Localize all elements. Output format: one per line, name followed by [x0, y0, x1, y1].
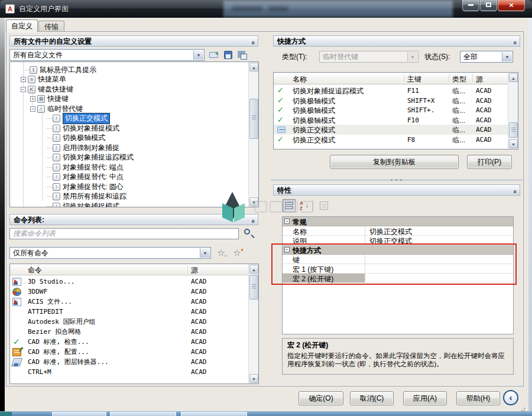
customizations-tree[interactable]: t 鼠标悬停工具提示 + ≡ 快捷菜单 − K 键盘快捷键 + ⊞ 快捷键 − …	[9, 61, 259, 207]
scroll-thumb[interactable]	[249, 99, 258, 139]
collapse-chevron-icon[interactable]: «	[248, 41, 258, 44]
expand-plus-icon[interactable]: +	[30, 96, 35, 102]
alphabetical-sort-button[interactable]: A Z ↓	[297, 199, 310, 212]
shortcut-row[interactable]: ✓ 切换极轴模式 F10 临... ACAD	[274, 115, 509, 125]
tree-item-enforce-osnap[interactable]: ↑ 启用强制对象捕捉	[10, 143, 119, 152]
command-row[interactable]: ACIS 文件... ACAD	[10, 297, 249, 307]
scroll-down-icon[interactable]: ▼	[509, 139, 518, 148]
command-list-table[interactable]: 命令 源 3D Studio... ACAD 3DDWF ACAD ACIS 文…	[9, 264, 259, 384]
shortcuts-scrollbar[interactable]: ▲ ▼	[508, 73, 518, 149]
shortcut-row[interactable]: ✓ 切换极轴模式 SHIFT+. 临... ACAD	[274, 105, 509, 115]
command-row[interactable]: CTRL+M ACAD	[10, 367, 249, 377]
property-value[interactable]	[366, 264, 513, 273]
tab-transfer[interactable]: 传输	[38, 21, 64, 32]
tree-item-osnap-endpoint[interactable]: ↑ 对象捕捉替代: 端点	[10, 162, 124, 172]
property-value[interactable]: 切换正交模式	[366, 226, 513, 235]
command-filter-combobox[interactable]: 仅所有命令 ▼	[9, 247, 211, 259]
tree-item-shortcut-keys[interactable]: + ⊞ 快捷键	[10, 94, 69, 103]
column-source[interactable]: 源	[476, 74, 483, 84]
shortcuts-table[interactable]: 名称 主键 类型 源 ✓ 切换对象捕捉追踪模式 F11 临... ACAD ✓ …	[273, 72, 518, 150]
tree-item-osnap-center[interactable]: ↑ 对象捕捉替代: 圆心	[10, 182, 124, 191]
shortcut-row[interactable]: ✓ 切换正交模式 F8 临... ACAD	[274, 135, 509, 145]
category-general[interactable]: − 常规	[283, 217, 513, 226]
search-favorites-button[interactable]: ☆ ○	[215, 246, 228, 259]
tab-customize[interactable]: 自定义	[6, 20, 38, 32]
search-input[interactable]: 搜索命令列表	[9, 228, 239, 239]
scroll-thumb[interactable]	[509, 122, 518, 138]
panel-splitter[interactable]	[271, 177, 523, 183]
column-command[interactable]: 命令	[28, 265, 42, 275]
command-row[interactable]: Autodesk 国际用户组 ACAD	[10, 317, 249, 327]
categorized-view-button[interactable]	[283, 199, 296, 212]
column-key[interactable]: 主键	[407, 74, 421, 84]
save-file-button[interactable]	[222, 49, 235, 61]
collapse-chevron-icon[interactable]: «	[510, 190, 520, 193]
column-source[interactable]: 源	[191, 265, 198, 275]
expand-minus-icon[interactable]: −	[30, 106, 35, 112]
tree-item-disable-snaps[interactable]: ↑ 禁用所有捕捉和追踪	[10, 191, 126, 201]
collapse-chevron-icon[interactable]: «	[248, 219, 258, 222]
collapse-chevron-icon[interactable]: «	[510, 41, 520, 44]
new-search-button[interactable]: ☆ ●	[231, 246, 244, 259]
property-row-macro1[interactable]: 宏 1 (按下键)	[283, 264, 513, 274]
property-row-key[interactable]: 键	[283, 255, 513, 264]
tree-item-toggle-otrack[interactable]: ↑ 切换对象捕捉追踪模式	[10, 152, 134, 162]
load-file-button[interactable]: +	[208, 49, 220, 61]
command-row[interactable]: CAD 标准, 检查... ACAD	[10, 337, 249, 347]
tree-item-rollover-tooltips[interactable]: t 鼠标悬停工具提示	[10, 65, 96, 74]
chevron-down-icon[interactable]: ▼	[502, 52, 512, 61]
collapse-minus-icon[interactable]: −	[284, 219, 290, 224]
scroll-up-icon[interactable]: ▲	[249, 265, 258, 274]
chevron-down-icon[interactable]: ▼	[200, 248, 210, 258]
property-grid[interactable]: − 常规 名称 切换正交模式 说明 切换正交模式 − 快捷方式 键 宏 1 (按…	[282, 216, 514, 334]
scroll-up-icon[interactable]: ▲	[509, 73, 518, 82]
print-button[interactable]: 打印(P)	[467, 155, 512, 169]
tree-item-toggle-osnap[interactable]: ↑ 切换对象捕捉模式	[10, 124, 119, 133]
chevron-down-icon[interactable]: ▼	[193, 50, 203, 60]
property-row-description[interactable]: 说明 切换正交模式	[283, 236, 513, 245]
tree-item-osnap-midpoint[interactable]: ↑ 对象捕捉替代: 中点	[10, 172, 124, 181]
tree-item-keyboard-shortcuts[interactable]: − K 键盘快捷键	[10, 84, 73, 94]
property-value[interactable]	[366, 255, 513, 264]
column-name[interactable]: 名称	[293, 74, 307, 84]
scroll-up-icon[interactable]: ▲	[249, 63, 258, 72]
tree-item-toggle-ortho-selected[interactable]: ↑ 切换正交模式	[10, 113, 110, 123]
command-row[interactable]: 3D Studio... ACAD	[10, 277, 249, 287]
tree-item-toggle-polar[interactable]: ↑ 切换极轴模式	[10, 133, 105, 142]
expand-plus-icon[interactable]: +	[21, 77, 26, 82]
resize-grip[interactable]	[524, 408, 525, 409]
tree-item-toggle-osnap-2[interactable]: ↑ 切换对象捕捉模式	[10, 202, 119, 207]
scroll-down-icon[interactable]: ▼	[249, 374, 258, 383]
scroll-down-icon[interactable]: ▼	[249, 197, 258, 206]
collapse-dialog-button[interactable]: ‹	[503, 390, 518, 405]
property-value[interactable]	[366, 274, 513, 282]
shortcut-row[interactable]: ✓ 切换对象捕捉追踪模式 F11 临... ACAD	[274, 86, 509, 96]
property-value[interactable]: 切换正交模式	[366, 236, 513, 245]
ok-button[interactable]: 确定(O)	[299, 391, 343, 405]
minimize-button[interactable]	[462, 0, 479, 11]
collapse-minus-icon[interactable]: −	[284, 247, 290, 252]
command-row[interactable]: 3DDWF ACAD	[10, 287, 249, 297]
property-row-macro2-selected[interactable]: 宏 2 (松开键)	[283, 274, 513, 283]
column-type[interactable]: 类型	[452, 74, 466, 84]
cancel-button[interactable]: 取消(C)	[350, 391, 394, 405]
help-button[interactable]: 帮助(H)	[456, 391, 500, 405]
property-row-name[interactable]: 名称 切换正交模式	[283, 226, 513, 236]
search-button[interactable]	[242, 227, 256, 240]
command-list-scrollbar[interactable]: ▲ ▼	[248, 264, 258, 384]
command-row[interactable]: Bezier 拟合网格 ACAD	[10, 327, 249, 337]
tree-item-shortcut-menus[interactable]: + ≡ 快捷菜单	[10, 74, 66, 84]
copy-to-clipboard-button[interactable]: 复制到剪贴板	[330, 155, 459, 169]
tree-scrollbar[interactable]: ▲ ▼	[248, 62, 258, 207]
customization-file-combobox[interactable]: 所有自定义文件 ▼	[9, 49, 205, 61]
apply-button[interactable]: 应用(A)	[403, 391, 447, 405]
status-combobox[interactable]: 全部 ▼	[460, 51, 513, 63]
scroll-thumb[interactable]	[249, 275, 258, 300]
category-shortcut[interactable]: − 快捷方式	[283, 245, 513, 255]
close-button[interactable]: ×	[498, 0, 525, 11]
maximize-button[interactable]	[480, 0, 497, 11]
shortcut-row[interactable]: ✓ 切换极轴模式 SHIFT+X 临... ACAD	[274, 96, 509, 106]
command-row[interactable]: CAD 标准, 图层转换器... ACAD	[10, 357, 249, 367]
command-row[interactable]: ATTIPEDIT ACAD	[10, 307, 249, 317]
shortcut-row-selected[interactable]: — 切换正交模式 临... ACAD	[274, 125, 509, 135]
